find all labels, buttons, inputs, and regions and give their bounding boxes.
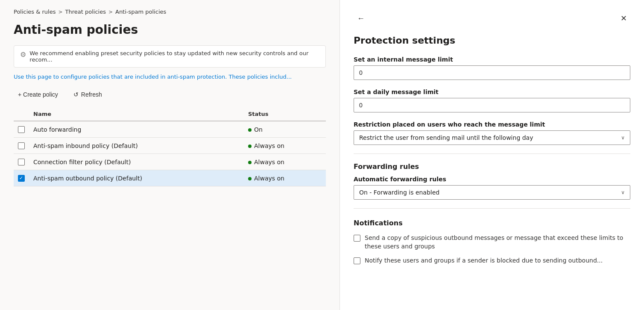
table-row[interactable]: Anti-spam outbound policy (Default)Alway… <box>14 170 326 186</box>
info-icon: ⚙️ <box>20 50 26 59</box>
close-button[interactable]: ✕ <box>617 12 630 25</box>
panel-header: ← ✕ <box>354 12 630 25</box>
table-row[interactable]: Anti-spam inbound policy (Default)Always… <box>14 138 326 154</box>
status-dot <box>248 128 252 132</box>
row-checkbox[interactable] <box>18 126 25 133</box>
forwarding-rules-heading: Forwarding rules <box>354 162 630 171</box>
internal-limit-section: Set an internal message limit <box>354 56 630 80</box>
internal-limit-label: Set an internal message limit <box>354 56 630 63</box>
toolbar: + Create policy ↺ Refresh <box>14 89 326 100</box>
refresh-button[interactable]: ↺ Refresh <box>69 89 106 100</box>
notification-item: Notify these users and groups if a sende… <box>354 257 630 265</box>
right-panel: ← ✕ Protection settings Set an internal … <box>340 0 644 310</box>
col-checkbox <box>14 107 29 121</box>
breadcrumb-item-3: Anti-spam policies <box>115 9 166 15</box>
chevron-down-icon: ∨ <box>621 135 625 141</box>
divider-2 <box>354 208 630 209</box>
restriction-dropdown[interactable]: Restrict the user from sending mail unti… <box>354 130 630 145</box>
policies-table: Name Status Auto forwardingOnAnti-spam i… <box>14 107 326 186</box>
divider-1 <box>354 154 630 154</box>
row-name: Anti-spam outbound policy (Default) <box>29 170 244 186</box>
auto-forwarding-value: On - Forwarding is enabled <box>359 189 439 196</box>
row-status: Always on <box>244 170 326 186</box>
col-status: Status <box>244 107 326 121</box>
refresh-label: Refresh <box>81 91 102 98</box>
status-dot <box>248 177 252 180</box>
breadcrumb-sep-1: > <box>58 9 62 15</box>
auto-forwarding-section: Automatic forwarding rules On - Forwardi… <box>354 176 630 200</box>
auto-forwarding-dropdown[interactable]: On - Forwarding is enabled ∨ <box>354 185 630 200</box>
info-text: We recommend enabling preset security po… <box>29 50 319 63</box>
status-dot <box>248 145 252 148</box>
daily-limit-label: Set a daily message limit <box>354 89 630 95</box>
notifications-heading: Notifications <box>354 219 630 227</box>
notifications-section: Notifications Send a copy of suspicious … <box>354 219 630 265</box>
breadcrumb: Policies & rules > Threat policies > Ant… <box>14 9 326 15</box>
daily-limit-section: Set a daily message limit <box>354 89 630 112</box>
daily-limit-input[interactable] <box>354 98 630 112</box>
internal-limit-input[interactable] <box>354 65 630 80</box>
col-name: Name <box>29 107 244 121</box>
status-dot <box>248 161 252 164</box>
auto-forwarding-label: Automatic forwarding rules <box>354 176 630 183</box>
notification-label: Send a copy of suspicious outbound messa… <box>365 234 630 251</box>
breadcrumb-sep-2: > <box>108 9 113 15</box>
chevron-down-icon-2: ∨ <box>621 189 625 195</box>
row-status: Always on <box>244 154 326 170</box>
page-title: Anti-spam policies <box>14 23 326 37</box>
row-name: Connection filter policy (Default) <box>29 154 244 170</box>
create-policy-label: + Create policy <box>18 91 58 98</box>
notification-item: Send a copy of suspicious outbound messa… <box>354 234 630 251</box>
row-name: Anti-spam inbound policy (Default) <box>29 138 244 154</box>
breadcrumb-item-1[interactable]: Policies & rules <box>14 9 56 15</box>
table-row[interactable]: Connection filter policy (Default)Always… <box>14 154 326 170</box>
create-policy-button[interactable]: + Create policy <box>14 89 62 100</box>
sub-text: Use this page to configure policies that… <box>14 74 326 80</box>
notification-checkbox[interactable] <box>354 257 360 264</box>
breadcrumb-item-2[interactable]: Threat policies <box>65 9 106 15</box>
row-status: On <box>244 121 326 138</box>
notification-checkbox[interactable] <box>354 235 360 242</box>
refresh-icon: ↺ <box>73 91 79 98</box>
forwarding-rules-section: Forwarding rules Automatic forwarding ru… <box>354 162 630 200</box>
row-checkbox[interactable] <box>18 142 25 149</box>
info-banner: ⚙️ We recommend enabling preset security… <box>14 45 326 68</box>
left-panel: Policies & rules > Threat policies > Ant… <box>0 0 340 310</box>
restriction-label: Restriction placed on users who reach th… <box>354 121 630 128</box>
row-checkbox[interactable] <box>18 159 25 165</box>
notification-label: Notify these users and groups if a sende… <box>365 257 603 265</box>
back-button[interactable]: ← <box>354 12 368 25</box>
row-name: Auto forwarding <box>29 121 244 138</box>
restriction-section: Restriction placed on users who reach th… <box>354 121 630 145</box>
table-row[interactable]: Auto forwardingOn <box>14 121 326 138</box>
panel-title: Protection settings <box>354 35 630 46</box>
row-status: Always on <box>244 138 326 154</box>
restriction-value: Restrict the user from sending mail unti… <box>359 134 533 141</box>
row-checkbox[interactable] <box>18 175 25 182</box>
